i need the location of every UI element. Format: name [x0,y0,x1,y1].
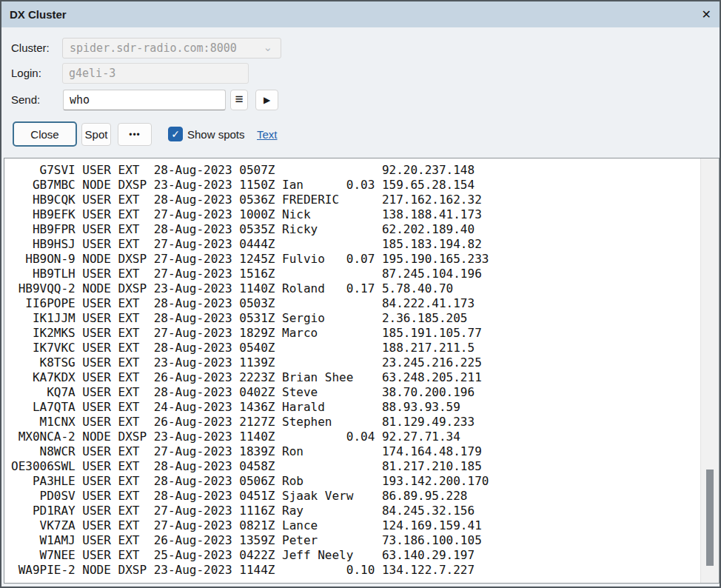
spot-button[interactable]: Spot [81,123,111,146]
dx-cluster-window: DX Cluster ✕ Cluster: spider.sdr-radio.c… [0,0,721,588]
cluster-select: spider.sdr-radio.com:8000 ⌄ [62,38,281,59]
cluster-select-value: spider.sdr-radio.com:8000 [70,39,237,58]
text-link[interactable]: Text [257,123,278,146]
login-label: Login: [11,63,41,84]
chevron-down-icon: ⌄ [263,39,272,59]
close-button[interactable]: Close [13,121,77,147]
show-spots-label[interactable]: Show spots [187,123,245,146]
menu-icon: ≡ [235,91,243,107]
more-button[interactable]: ••• [118,123,152,146]
check-icon: ✓ [171,129,180,139]
vertical-scrollbar[interactable] [700,158,719,583]
close-icon[interactable]: ✕ [702,1,711,27]
send-button[interactable]: ▶ [255,90,278,110]
send-history-button[interactable]: ≡ [230,90,248,110]
window-title: DX Cluster [1,8,67,21]
show-spots-checkbox[interactable]: ✓ [168,127,183,141]
send-label: Send: [11,90,40,110]
play-icon: ▶ [264,95,270,105]
cluster-output-text: G7SVI USER EXT 28-Aug-2023 0507Z 92.20.2… [4,158,719,578]
cluster-label: Cluster: [11,38,50,59]
titlebar: DX Cluster ✕ [1,1,720,27]
scrollbar-thumb[interactable] [706,470,714,566]
cluster-output[interactable]: G7SVI USER EXT 28-Aug-2023 0507Z 92.20.2… [4,158,720,584]
login-field [62,63,249,84]
send-input[interactable] [63,90,226,110]
